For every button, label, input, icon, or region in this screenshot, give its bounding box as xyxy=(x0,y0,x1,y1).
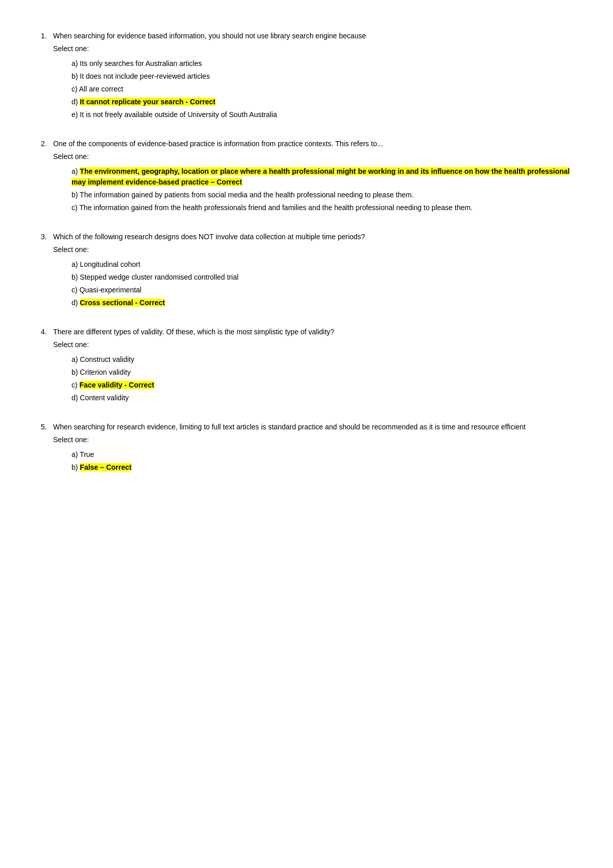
question-4-option-1: b) Criterion validity xyxy=(72,367,572,378)
question-3-options: a) Longitudinal cohortb) Stepped wedge c… xyxy=(72,259,572,308)
question-3-wrapper: 3.Which of the following research design… xyxy=(41,232,572,242)
question-3-option-0: a) Longitudinal cohort xyxy=(72,259,572,270)
question-5-option-0: a) True xyxy=(72,449,572,460)
option-text-2: Quasi-experimental xyxy=(80,286,142,294)
option-text-3: It cannot replicate your search - Correc… xyxy=(80,98,215,106)
question-1-option-3: d) It cannot replicate your search - Cor… xyxy=(72,97,572,107)
question-4-number: 4. xyxy=(41,327,53,337)
question-2-options: a) The environment, geography, location … xyxy=(72,166,572,213)
option-label-3: d) xyxy=(72,98,80,106)
question-4-wrapper: 4.There are different types of validity.… xyxy=(41,327,572,337)
option-text-2: The information gained from the health p… xyxy=(79,203,473,212)
option-text-1: Criterion validity xyxy=(80,368,131,376)
option-label-2: c) xyxy=(72,85,79,93)
option-label-3: d) xyxy=(72,394,80,402)
option-label-3: d) xyxy=(72,299,80,307)
option-label-1: b) xyxy=(72,463,80,471)
question-1: 1.When searching for evidence based info… xyxy=(41,31,572,120)
question-4-option-3: d) Content validity xyxy=(72,393,572,403)
option-label-2: c) xyxy=(72,203,79,212)
question-3-number: 3. xyxy=(41,232,53,242)
question-1-option-2: c) All are correct xyxy=(72,84,572,95)
question-3-option-1: b) Stepped wedge cluster randomised cont… xyxy=(72,272,572,283)
quiz-container: 1.When searching for evidence based info… xyxy=(41,31,572,473)
question-4-option-0: a) Construct validity xyxy=(72,354,572,365)
option-label-0: a) xyxy=(72,450,80,459)
question-5-select-label: Select one: xyxy=(53,435,572,445)
question-5-options: a) Trueb) False – Correct xyxy=(72,449,572,473)
question-5-option-1: b) False – Correct xyxy=(72,462,572,473)
question-5: 5.When searching for research evidence, … xyxy=(41,422,572,473)
option-label-2: c) xyxy=(72,286,80,294)
question-4-options: a) Construct validityb) Criterion validi… xyxy=(72,354,572,403)
question-2: 2.One of the components of evidence-base… xyxy=(41,139,572,213)
question-1-option-0: a) Its only searches for Australian arti… xyxy=(72,58,572,69)
question-3: 3.Which of the following research design… xyxy=(41,232,572,308)
question-1-number: 1. xyxy=(41,31,53,41)
question-3-text: Which of the following research designs … xyxy=(53,232,365,242)
question-2-number: 2. xyxy=(41,139,53,149)
question-3-select-label: Select one: xyxy=(53,244,572,255)
question-1-text: When searching for evidence based inform… xyxy=(53,31,366,41)
question-1-select-label: Select one: xyxy=(53,43,572,54)
option-label-1: b) xyxy=(72,191,80,199)
option-text-2: Face validity - Correct xyxy=(80,381,154,389)
question-4-text: There are different types of validity. O… xyxy=(53,327,334,337)
question-3-option-2: c) Quasi-experimental xyxy=(72,285,572,295)
option-text-1: Stepped wedge cluster randomised control… xyxy=(80,273,239,281)
question-2-option-2: c) The information gained from the healt… xyxy=(72,202,572,213)
option-text-0: True xyxy=(80,450,94,459)
option-text-1: The information gained by patients from … xyxy=(80,191,414,199)
question-2-wrapper: 2.One of the components of evidence-base… xyxy=(41,139,572,149)
option-text-3: Cross sectional - Correct xyxy=(80,299,165,307)
option-text-0: Longitudinal cohort xyxy=(80,260,140,268)
option-text-0: The environment, geography, location or … xyxy=(72,167,570,186)
option-text-4: It is not freely available outside of Un… xyxy=(80,110,277,119)
option-text-2: All are correct xyxy=(79,85,123,93)
question-5-text: When searching for research evidence, li… xyxy=(53,422,526,432)
option-text-0: Construct validity xyxy=(80,355,134,363)
option-text-1: False – Correct xyxy=(80,463,131,471)
question-1-option-1: b) It does not include peer-reviewed art… xyxy=(72,71,572,82)
question-1-options: a) Its only searches for Australian arti… xyxy=(72,58,572,120)
question-1-wrapper: 1.When searching for evidence based info… xyxy=(41,31,572,41)
option-label-0: a) xyxy=(72,355,80,363)
option-label-0: a) xyxy=(72,59,80,67)
option-label-0: a) xyxy=(72,167,80,175)
option-text-3: Content validity xyxy=(80,394,129,402)
option-text-0: Its only searches for Australian article… xyxy=(80,59,202,67)
question-4-option-2: c) Face validity - Correct xyxy=(72,380,572,391)
question-4: 4.There are different types of validity.… xyxy=(41,327,572,403)
question-1-option-4: e) It is not freely available outside of… xyxy=(72,109,572,120)
question-2-option-0: a) The environment, geography, location … xyxy=(72,166,572,188)
question-4-select-label: Select one: xyxy=(53,339,572,350)
question-5-number: 5. xyxy=(41,422,53,432)
option-label-1: b) xyxy=(72,273,80,281)
option-label-4: e) xyxy=(72,110,80,119)
question-2-select-label: Select one: xyxy=(53,151,572,162)
option-label-1: b) xyxy=(72,368,80,376)
option-label-1: b) xyxy=(72,72,80,80)
question-2-text: One of the components of evidence-based … xyxy=(53,139,383,149)
option-label-0: a) xyxy=(72,260,80,268)
question-2-option-1: b) The information gained by patients fr… xyxy=(72,190,572,200)
option-text-1: It does not include peer-reviewed articl… xyxy=(80,72,209,80)
question-3-option-3: d) Cross sectional - Correct xyxy=(72,298,572,308)
option-label-2: c) xyxy=(72,381,80,389)
question-5-wrapper: 5.When searching for research evidence, … xyxy=(41,422,572,432)
